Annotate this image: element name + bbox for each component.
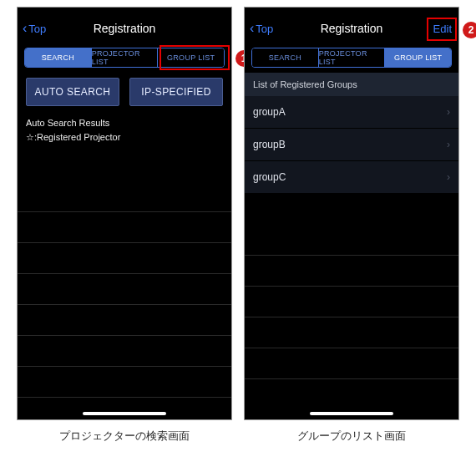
group-name: groupC [253,171,286,183]
group-name: groupB [253,139,286,150]
back-label: Top [256,23,273,35]
screenshot-pair: ‹ Top Registration SEARCH PROJECTOR LIST… [3,7,473,444]
list-row [18,212,231,243]
list-row [18,305,231,336]
right-phone: ‹ Top Registration Edit SEARCH PROJECTOR… [244,7,459,420]
tab-projector-list[interactable]: PROJECTOR LIST [92,48,159,67]
home-indicator [310,412,393,415]
results-line2: ☆:Registered Projector [26,130,223,145]
list-row [18,336,231,367]
back-label: Top [28,23,46,35]
list-row [245,348,458,379]
action-row: AUTO SEARCH IP-SPECIFIED [18,73,231,114]
empty-list [18,150,231,398]
list-row [245,256,458,287]
chevron-left-icon: ‹ [250,22,254,35]
chevron-right-icon: › [447,171,450,183]
segmented-control: SEARCH PROJECTOR LIST GROUP LIST [24,48,225,68]
back-button[interactable]: ‹ Top [250,22,273,35]
list-row [18,243,231,274]
tab-group-list[interactable]: GROUP LIST [385,48,451,67]
results-line1: Auto Search Results [26,116,223,130]
list-row [18,274,231,305]
left-column: ‹ Top Registration SEARCH PROJECTOR LIST… [17,7,232,444]
list-row [245,225,458,256]
tab-search[interactable]: SEARCH [252,48,319,67]
tab-search[interactable]: SEARCH [25,48,92,67]
empty-list [245,194,458,379]
status-bar [18,8,231,16]
nav-bar: ‹ Top Registration Edit [245,16,458,41]
right-caption: グループのリスト画面 [297,429,406,444]
tab-projector-list[interactable]: PROJECTOR LIST [319,48,386,67]
nav-bar: ‹ Top Registration [18,16,231,41]
group-list-item[interactable]: groupA › [245,96,458,129]
tab-group-list[interactable]: GROUP LIST [158,48,224,67]
group-list-item[interactable]: groupB › [245,129,458,161]
left-caption: プロジェクターの検索画面 [59,429,190,444]
chevron-right-icon: › [447,106,450,118]
list-row [245,194,458,225]
left-phone: ‹ Top Registration SEARCH PROJECTOR LIST… [17,7,232,420]
status-bar [245,8,458,16]
auto-search-button[interactable]: AUTO SEARCH [26,78,119,106]
group-list-header: List of Registered Groups [245,73,458,96]
list-row [18,150,231,181]
chevron-left-icon: ‹ [23,22,27,35]
ip-specified-button[interactable]: IP-SPECIFIED [129,78,223,106]
group-list-item[interactable]: groupC › [245,161,458,194]
edit-button[interactable]: Edit [433,23,452,35]
results-note: Auto Search Results ☆:Registered Project… [18,114,231,149]
list-row [245,317,458,348]
list-row [18,181,231,212]
group-list: List of Registered Groups groupA › group… [245,73,458,194]
back-button[interactable]: ‹ Top [23,22,46,35]
list-row [245,287,458,317]
page-title: Registration [321,22,383,35]
list-row [18,367,231,398]
callout-badge-2: 2 [463,22,476,38]
segmented-control: SEARCH PROJECTOR LIST GROUP LIST [251,48,452,68]
chevron-right-icon: › [447,139,450,150]
home-indicator [83,412,166,415]
page-title: Registration [94,22,156,35]
group-name: groupA [253,106,286,118]
right-column: ‹ Top Registration Edit SEARCH PROJECTOR… [244,7,459,444]
